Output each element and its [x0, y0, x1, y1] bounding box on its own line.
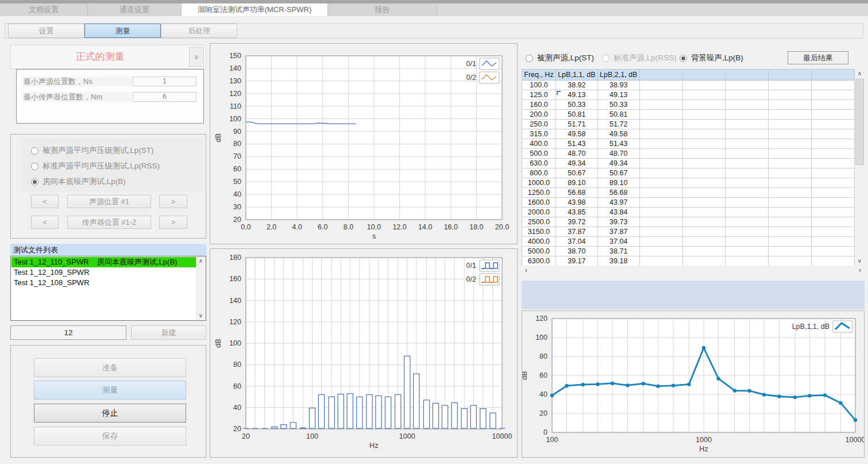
table-cell[interactable]: 125.0	[522, 90, 556, 100]
table-cell[interactable]	[726, 100, 769, 110]
table-cell[interactable]: 51.71	[556, 120, 598, 129]
table-cell[interactable]	[683, 159, 726, 168]
table-cell[interactable]: 50.67	[598, 168, 640, 178]
table-cell[interactable]	[640, 120, 683, 129]
table-cell[interactable]	[640, 256, 683, 266]
table-cell[interactable]: 48.70	[556, 149, 598, 159]
table-cell[interactable]	[812, 256, 855, 266]
table-cell[interactable]	[726, 208, 769, 217]
table-cell[interactable]	[640, 198, 683, 208]
table-cell[interactable]	[683, 139, 726, 149]
table-header-cell[interactable]	[812, 70, 855, 80]
table-cell[interactable]	[812, 90, 855, 100]
stop-button[interactable]: 停止	[34, 404, 186, 423]
table-cell[interactable]	[812, 227, 855, 237]
radio-icon[interactable]	[526, 55, 533, 62]
table-cell[interactable]	[683, 90, 726, 100]
table-cell[interactable]	[769, 188, 812, 198]
table-cell[interactable]: 39.73	[598, 217, 640, 227]
table-cell[interactable]	[683, 100, 726, 110]
table-cell[interactable]: 5000.0	[522, 247, 556, 256]
table-cell[interactable]	[726, 178, 769, 188]
table-cell[interactable]	[640, 139, 683, 149]
table-cell[interactable]	[683, 237, 726, 247]
scroll-up-icon[interactable]: ∧	[855, 69, 865, 78]
table-cell[interactable]	[683, 208, 726, 217]
table-header-cell[interactable]	[726, 70, 769, 80]
table-cell[interactable]: 100.0	[522, 80, 556, 90]
counter-button[interactable]: 12	[10, 325, 126, 340]
table-cell[interactable]	[683, 120, 726, 129]
table-cell[interactable]	[726, 217, 769, 227]
table-cell[interactable]: 39.18	[598, 256, 640, 266]
table-cell[interactable]: 43.98	[556, 198, 598, 208]
min-source-positions-field[interactable]: 1	[133, 76, 196, 86]
table-cell[interactable]	[640, 110, 683, 120]
table-cell[interactable]: 50.81	[598, 110, 640, 120]
table-cell[interactable]	[812, 168, 855, 178]
table-cell[interactable]	[683, 129, 726, 139]
table-cell[interactable]	[769, 120, 812, 129]
scroll-left-icon[interactable]: ‹	[522, 266, 531, 275]
table-cell[interactable]: 37.87	[598, 227, 640, 237]
tab-document-settings[interactable]: 文档设置	[0, 3, 88, 16]
table-cell[interactable]: 49.13	[598, 90, 640, 100]
table-cell[interactable]	[640, 149, 683, 159]
table-cell[interactable]	[812, 208, 855, 217]
table-cell[interactable]: 49.58	[598, 129, 640, 139]
table-cell[interactable]: 2500.0	[522, 217, 556, 227]
table-cell[interactable]	[683, 217, 726, 227]
table-cell[interactable]: 3150.0	[522, 227, 556, 237]
table-cell[interactable]	[726, 139, 769, 149]
radio-icon[interactable]	[602, 55, 609, 62]
mic-position-button[interactable]: 传声器位置 #1-2	[67, 216, 151, 229]
table-cell[interactable]	[640, 80, 683, 90]
table-header-cell[interactable]: LpB,2,1, dB	[598, 70, 640, 80]
table-cell[interactable]	[640, 100, 683, 110]
table-cell[interactable]	[812, 237, 855, 247]
table-cell[interactable]	[812, 139, 855, 149]
table-scroll-thumb[interactable]	[855, 79, 864, 165]
table-cell[interactable]	[812, 120, 855, 129]
file-list-scrollbar[interactable]: ∧ ∨	[196, 256, 206, 320]
table-cell[interactable]	[769, 90, 812, 100]
table-cell[interactable]	[812, 80, 855, 90]
table-cell[interactable]: 400.0	[522, 139, 556, 149]
view-radio-lp-b[interactable]: 背景噪声,Lp(B)	[680, 53, 743, 63]
table-cell[interactable]	[769, 80, 812, 90]
table-header-cell[interactable]: Freq., Hz	[522, 70, 556, 80]
table-cell[interactable]: 250.0	[522, 120, 556, 129]
min-mic-positions-field[interactable]: 6	[133, 92, 196, 102]
table-cell[interactable]	[683, 149, 726, 159]
table-cell[interactable]	[683, 188, 726, 198]
table-cell[interactable]: 51.43	[598, 139, 640, 149]
mic-next-button[interactable]: >	[159, 216, 187, 229]
table-cell[interactable]: 49.34	[598, 159, 640, 168]
scroll-right-icon[interactable]: ›	[855, 266, 865, 275]
source-position-button[interactable]: 声源位置 #1	[67, 195, 151, 208]
table-cell[interactable]	[769, 237, 812, 247]
tab-mcr-spwr[interactable]: 混响室法测试声功率(MCR-SPWR)	[182, 3, 328, 16]
view-radio-lp-st[interactable]: 被测声源,Lp(ST)	[526, 53, 594, 63]
table-cell[interactable]	[683, 80, 726, 90]
table-cell[interactable]: 43.97	[598, 198, 640, 208]
table-cell[interactable]: 37.04	[556, 237, 598, 247]
table-cell[interactable]	[640, 237, 683, 247]
table-cell[interactable]	[812, 217, 855, 227]
table-cell[interactable]: 38.70	[556, 247, 598, 256]
table-cell[interactable]	[640, 129, 683, 139]
radio-lp-rss[interactable]: 标准声源平均声压级测试,Lp(RSS)	[31, 161, 160, 171]
table-cell[interactable]: 50.33	[598, 100, 640, 110]
table-cell[interactable]: 49.34	[556, 159, 598, 168]
table-cell[interactable]: 38.93	[598, 80, 640, 90]
table-v-scrollbar[interactable]: ∧ ∨	[855, 69, 865, 266]
table-cell[interactable]: 56.68	[598, 188, 640, 198]
table-cell[interactable]	[812, 247, 855, 256]
source-prev-button[interactable]: <	[31, 195, 59, 208]
table-cell[interactable]	[683, 247, 726, 256]
table-cell[interactable]	[683, 168, 726, 178]
table-cell[interactable]: 1250.0	[522, 188, 556, 198]
file-list[interactable]: Test 1_12_110_SPWR 房间本底噪声测试,Lp(B)Test 1_…	[10, 256, 206, 321]
radio-lp-b[interactable]: 房间本底噪声测试,Lp(B)	[31, 177, 126, 187]
table-cell[interactable]: 38.71	[598, 247, 640, 256]
